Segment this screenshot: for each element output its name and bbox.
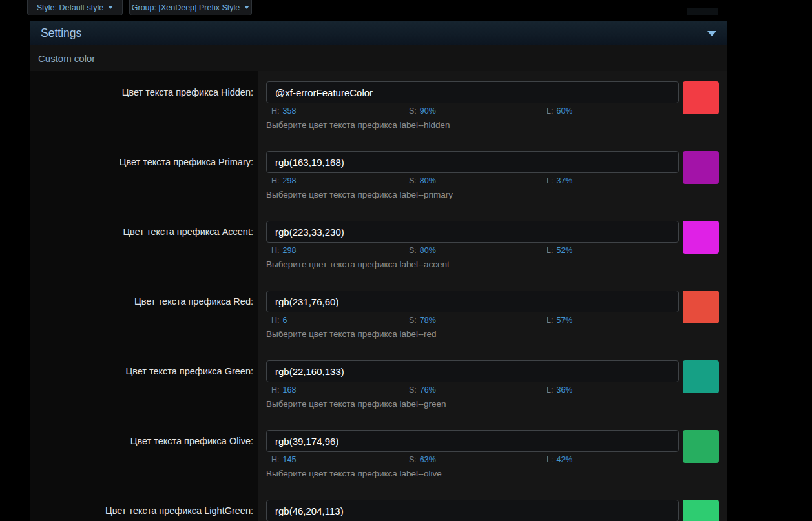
row-content: H: 298 S: 80% L: 37% Выберите цвет текст… — [258, 141, 727, 210]
color-swatch[interactable] — [683, 291, 719, 323]
lightness-readout: L: 36% — [541, 385, 679, 394]
style-dropdown[interactable]: Style: Default style — [27, 0, 123, 15]
form-row: Цвет текста префикса Red: H: 6 S: 78% L:… — [30, 280, 727, 350]
row-content — [258, 489, 727, 521]
saturation-readout: S: 80% — [404, 246, 541, 255]
row-label: Цвет текста префикса Hidden: — [30, 71, 258, 141]
chevron-down-icon — [244, 6, 249, 9]
lightness-readout: L: 57% — [541, 316, 679, 325]
lightness-readout: L: 42% — [541, 455, 679, 464]
saturation-readout: S: 80% — [404, 176, 541, 185]
saturation-readout: S: 63% — [404, 455, 541, 464]
hue-readout: H: 168 — [266, 385, 404, 394]
color-value-input[interactable] — [266, 81, 679, 103]
hsl-line: H: 358 S: 90% L: 60% — [266, 107, 679, 116]
form-row: Цвет текста префикса Hidden: H: 358 S: 9… — [30, 71, 727, 141]
row-label: Цвет текста префикса Olive: — [30, 420, 258, 489]
row-content: H: 298 S: 80% L: 52% Выберите цвет текст… — [258, 210, 727, 280]
page-title: Settings — [41, 26, 707, 40]
row-content: H: 6 S: 78% L: 57% Выберите цвет текста … — [258, 280, 727, 350]
lightness-readout: L: 60% — [541, 107, 679, 116]
hue-readout: H: 358 — [266, 107, 404, 116]
collapse-chevron-down-icon[interactable] — [707, 31, 716, 36]
row-content: H: 358 S: 90% L: 60% Выберите цвет текст… — [258, 71, 727, 141]
field-description: Выберите цвет текста префикса label--pri… — [266, 190, 679, 199]
color-value-input[interactable] — [266, 500, 679, 521]
hsl-line: H: 145 S: 63% L: 42% — [266, 455, 679, 464]
hsl-line: H: 298 S: 80% L: 52% — [266, 246, 679, 255]
row-label: Цвет текста префикса Green: — [30, 350, 258, 420]
form-row: Цвет текста префикса Accent: H: 298 S: 8… — [30, 210, 727, 280]
form-row: Цвет текста префикса Green: H: 168 S: 76… — [30, 350, 727, 420]
hue-readout: H: 6 — [266, 316, 404, 325]
color-swatch[interactable] — [683, 360, 719, 393]
row-label: Цвет текста префикса Primary: — [30, 141, 258, 210]
lightness-readout: L: 37% — [541, 176, 679, 185]
section-bar: Custom color — [30, 45, 727, 71]
color-swatch[interactable] — [683, 221, 719, 254]
color-value-input[interactable] — [266, 291, 679, 312]
hsl-line: H: 168 S: 76% L: 36% — [266, 385, 679, 394]
hue-readout: H: 145 — [266, 455, 404, 464]
saturation-readout: S: 78% — [404, 316, 541, 325]
row-label: Цвет текста префикса Accent: — [30, 210, 258, 280]
color-swatch[interactable] — [683, 81, 719, 114]
color-swatch[interactable] — [683, 430, 719, 463]
color-swatch[interactable] — [683, 500, 719, 521]
form-row: Цвет текста префикса Primary: H: 298 S: … — [30, 141, 727, 210]
color-value-input[interactable] — [266, 430, 679, 452]
hsl-line: H: 298 S: 80% L: 37% — [266, 176, 679, 185]
color-value-input[interactable] — [266, 221, 679, 243]
form-area: Цвет текста префикса Hidden: H: 358 S: 9… — [30, 71, 727, 521]
chevron-down-icon — [108, 6, 113, 9]
form-row: Цвет текста префикса LightGreen: — [30, 489, 727, 521]
row-label: Цвет текста префикса Red: — [30, 280, 258, 350]
hue-readout: H: 298 — [266, 246, 404, 255]
row-content: H: 168 S: 76% L: 36% Выберите цвет текст… — [258, 350, 727, 420]
field-description: Выберите цвет текста префикса label--gre… — [266, 399, 679, 409]
style-dropdown-label: Style: Default style — [37, 3, 104, 12]
field-description: Выберите цвет текста префикса label--acc… — [266, 260, 679, 269]
row-content: H: 145 S: 63% L: 42% Выберите цвет текст… — [258, 420, 727, 489]
row-label: Цвет текста префикса LightGreen: — [30, 489, 258, 521]
hsl-line: H: 6 S: 78% L: 57% — [266, 316, 679, 325]
section-title: Custom color — [38, 53, 95, 64]
group-dropdown[interactable]: Group: [XenDeep] Prefix Style — [129, 0, 252, 15]
settings-panel: Settings Custom color Цвет текста префик… — [30, 21, 727, 521]
saturation-readout: S: 90% — [404, 107, 541, 116]
hue-readout: H: 298 — [266, 176, 404, 185]
field-description: Выберите цвет текста префикса label--red — [266, 329, 679, 339]
field-description: Выберите цвет текста префикса label--oli… — [266, 469, 679, 478]
color-value-input[interactable] — [266, 360, 679, 382]
field-description: Выберите цвет текста префикса label--hid… — [266, 120, 679, 130]
saturation-readout: S: 76% — [404, 385, 541, 394]
form-row: Цвет текста префикса Olive: H: 145 S: 63… — [30, 420, 727, 489]
color-swatch[interactable] — [683, 151, 719, 184]
settings-header[interactable]: Settings — [30, 21, 727, 45]
group-dropdown-label: Group: [XenDeep] Prefix Style — [132, 3, 240, 12]
partial-element — [687, 8, 718, 15]
color-value-input[interactable] — [266, 151, 679, 173]
lightness-readout: L: 52% — [541, 246, 679, 255]
